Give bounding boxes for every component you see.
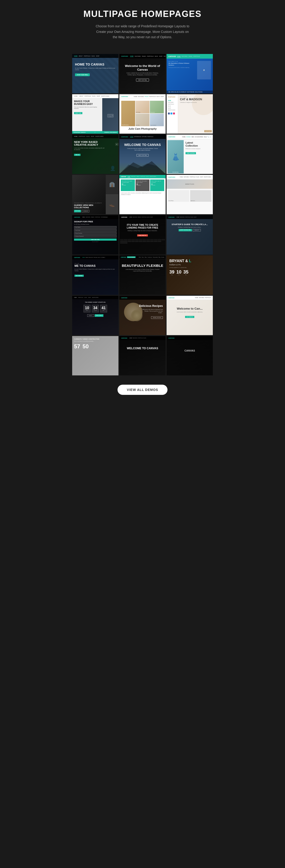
demo-21[interactable]: canvas HOME FEATURES PORTFOLIO Welcome t… (167, 296, 213, 335)
demo-24[interactable]: canvas CANVAS (167, 336, 213, 375)
demo-7[interactable]: HOME PORTFOLIO BLOG SHOP SHORTCODES NEW … (72, 134, 118, 174)
demo-16[interactable]: canvas HOME TEAM SERVICES PRICING BLOG C… (72, 255, 118, 295)
page-subtitle: Choose from our wide range of Predefined… (94, 24, 191, 40)
demo-19[interactable]: HOME PORTFOLIO BLOG SHOP SHORTCODES THE … (72, 296, 118, 335)
demo-13[interactable]: canvas HOME FEATURES PAGES PORTFOLIO TES… (72, 215, 118, 254)
demo14-title: IT'S YOUR TIME TO CREATE LANDING PAGES F… (122, 224, 163, 229)
demo-8[interactable]: canvas HOME EXPERIENCES OPTIONS PORTFOLI… (119, 134, 166, 174)
header-section: MULTIPAGE HOMEPAGES Choose from our wide… (71, 0, 214, 54)
demo-1[interactable]: HOME ABOUT PORTFOLIO BLOG SHOP HOME TO C… (72, 54, 118, 93)
demo8-title: WELCOME TO CANVAS (122, 143, 163, 147)
demo-15[interactable]: canvas HOME FEATURES PORTFOLIO BLOG SHOP… (167, 215, 213, 254)
demo15-title: STARTER'S GUIDE TO CREATE LA... (169, 223, 211, 226)
demo-17[interactable]: canvas ExploreCANVAS Work Team Value Cus… (119, 255, 166, 295)
demo-14[interactable]: canvas HOME FEATURES PAGES PORTFOLIO BLO… (119, 215, 166, 254)
demo-3[interactable]: canvas HOME FEATURES PAGES PORTFOLIO WEL… (167, 54, 213, 93)
view-all-demos-button[interactable]: VIEW ALL DEMOS (117, 385, 167, 395)
page-title: MULTIPAGE HOMEPAGES (78, 9, 207, 19)
demo-20[interactable]: canvas Delicious Recipes Welcome to the … (119, 296, 166, 335)
demo-4[interactable]: HOME ABOUT PORTFOLIO BLOG SHOP SHORTCODE… (72, 94, 118, 134)
demo20-title: Delicious Recipes (122, 304, 163, 308)
demo-grid: HOME ABOUT PORTFOLIO BLOG SHOP HOME TO C… (71, 54, 214, 375)
demo-11[interactable]: canvas HOME FEATURES PAGES PORTFOLIO BLO… (119, 175, 166, 214)
demo-10[interactable]: OriginalSource | FreeShopping | NilsBéau… (72, 175, 118, 214)
demo-23[interactable]: canvas HOME FEATURES PORTFOLIO BLOG WELC… (119, 336, 166, 375)
demo-2[interactable]: canvas HOME FEATURES PAGES PORTFOLIO BLO… (119, 54, 166, 93)
demo-12[interactable]: canvas HOME FEATURES PORTFOLIO BLOG SHOP… (167, 175, 213, 214)
demo-6[interactable]: Canvas HOME FEATURES PORTFOLIO BLOG SHOP… (167, 94, 213, 134)
demo-9[interactable]: canvas HOME WOMEN MEN ACCESSORIES SALE 🔍… (167, 134, 213, 174)
demo-22[interactable]: CURRENTLY UNDER CONSTRUCTION We're worki… (72, 336, 118, 375)
footer-section: VIEW ALL DEMOS (71, 375, 214, 404)
demo-5[interactable]: canvas HOME FEATURES PAGES PORTFOLIO BLO… (119, 94, 166, 134)
demo-18[interactable]: BRYANT & L Kellam & Pu Coming together o… (167, 255, 213, 295)
